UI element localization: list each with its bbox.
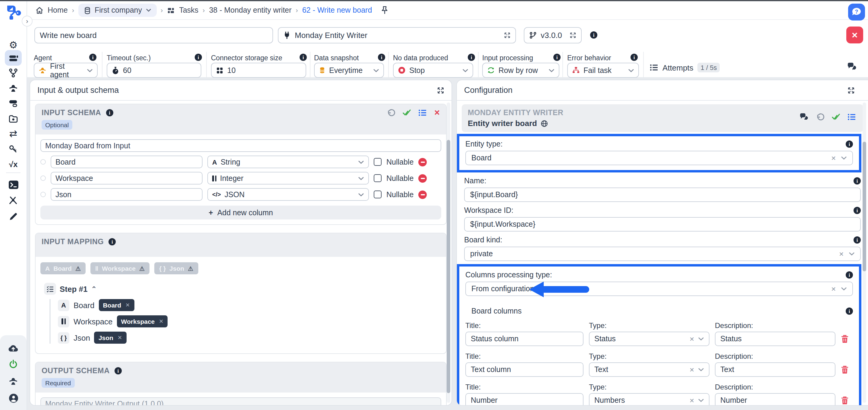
sidebar-item-dev-tools[interactable] bbox=[5, 192, 22, 208]
info-icon[interactable]: i bbox=[846, 308, 853, 315]
column-name-input[interactable] bbox=[51, 188, 203, 201]
list-view-icon[interactable] bbox=[847, 113, 856, 121]
column-name-input[interactable] bbox=[51, 172, 203, 184]
close-task-button[interactable]: ✕ bbox=[846, 27, 863, 43]
sidebar-item-editor[interactable] bbox=[5, 209, 22, 224]
mapped-value-chip[interactable]: Json ✕ bbox=[94, 332, 126, 344]
clear-icon[interactable]: ✕ bbox=[831, 286, 836, 292]
no-data-select[interactable]: Stop bbox=[393, 63, 473, 78]
info-icon[interactable]: i bbox=[846, 271, 853, 279]
sidebar-item-tasks-active[interactable] bbox=[5, 50, 22, 66]
pin-icon[interactable] bbox=[381, 6, 388, 14]
info-icon[interactable]: i bbox=[468, 54, 475, 61]
info-icon[interactable]: i bbox=[854, 177, 861, 184]
breadcrumb-subtask-current[interactable]: 62 - Write new board bbox=[302, 6, 372, 14]
nullable-checkbox[interactable] bbox=[374, 158, 381, 166]
column-type-select[interactable]: Text ✕ bbox=[589, 362, 710, 377]
sidebar-item-projects[interactable] bbox=[5, 111, 22, 127]
help-button[interactable]: ? bbox=[848, 4, 865, 21]
entity-type-select[interactable]: Board ✕ bbox=[465, 151, 853, 165]
mapping-step-row[interactable]: Step #1 ⌃ bbox=[36, 275, 446, 295]
sidebar-item-agent-monitor[interactable] bbox=[5, 373, 22, 389]
validate-check-icon[interactable] bbox=[832, 113, 840, 121]
column-type-select[interactable]: Numbers ✕ bbox=[589, 393, 710, 405]
clear-icon[interactable]: ✕ bbox=[831, 155, 836, 161]
sidebar-item-profile[interactable] bbox=[5, 390, 22, 406]
breadcrumb-home[interactable]: Home bbox=[48, 6, 68, 14]
comments-icon[interactable] bbox=[847, 62, 857, 71]
info-icon[interactable]: i bbox=[630, 54, 638, 61]
undo-icon[interactable] bbox=[387, 109, 396, 117]
breadcrumb-tasks[interactable]: Tasks bbox=[179, 6, 198, 14]
sidebar-item-labels[interactable] bbox=[5, 95, 22, 111]
mapping-chip[interactable]: ‖ Workspace ⚠ bbox=[90, 262, 150, 274]
version-field[interactable]: v3.0.0 bbox=[524, 27, 582, 43]
info-icon[interactable]: i bbox=[553, 54, 561, 61]
remove-column-button[interactable] bbox=[418, 190, 427, 199]
clear-icon[interactable]: ✕ bbox=[839, 251, 844, 257]
breadcrumb-company-dropdown[interactable]: First company bbox=[79, 4, 156, 17]
column-title-input[interactable] bbox=[465, 362, 584, 377]
info-icon[interactable]: i bbox=[590, 31, 597, 38]
sidebar-item-transfers[interactable]: ⇄ bbox=[5, 126, 22, 142]
row-handle[interactable] bbox=[40, 192, 46, 197]
column-description-input[interactable] bbox=[715, 393, 835, 405]
column-type-select[interactable]: </> JSON bbox=[207, 188, 369, 201]
column-title-input[interactable] bbox=[465, 393, 584, 405]
error-behavior-select[interactable]: Fail task bbox=[567, 63, 639, 78]
name-input[interactable] bbox=[464, 187, 861, 202]
info-icon[interactable]: i bbox=[89, 54, 96, 61]
mapped-value-chip[interactable]: Workspace ✕ bbox=[117, 315, 168, 327]
add-column-button[interactable]: + Add new column bbox=[40, 206, 441, 219]
sidebar-item-power[interactable] bbox=[5, 356, 22, 372]
column-type-select[interactable]: A String bbox=[207, 155, 369, 168]
sidebar-item-flows[interactable] bbox=[5, 65, 22, 81]
sidebar-item-agents[interactable] bbox=[5, 80, 22, 96]
workspace-id-input[interactable] bbox=[464, 217, 861, 232]
remove-schema-icon[interactable]: ✕ bbox=[434, 109, 440, 117]
collapse-step-icon[interactable]: ⌃ bbox=[91, 285, 97, 293]
column-type-select[interactable]: Status ✕ bbox=[589, 332, 710, 346]
validate-check-icon[interactable] bbox=[403, 109, 411, 116]
clear-icon[interactable]: ✕ bbox=[689, 366, 694, 373]
expand-icon[interactable] bbox=[847, 87, 855, 94]
input-processing-select[interactable]: Row by row bbox=[482, 63, 559, 78]
row-handle[interactable] bbox=[40, 159, 46, 165]
undo-icon[interactable] bbox=[816, 113, 825, 121]
trash-icon[interactable] bbox=[841, 396, 852, 405]
task-name-input[interactable] bbox=[34, 27, 273, 43]
remove-mapping-icon[interactable]: ✕ bbox=[118, 334, 122, 341]
agent-select[interactable]: First agent bbox=[34, 63, 98, 78]
right-scrollbar[interactable] bbox=[863, 102, 866, 403]
mapping-chip[interactable]: A Board ⚠ bbox=[40, 262, 86, 274]
sidebar-collapse-button[interactable]: › bbox=[22, 16, 33, 27]
mapping-chip[interactable]: { } Json ⚠ bbox=[154, 262, 198, 274]
info-icon[interactable]: i bbox=[108, 238, 116, 245]
sidebar-item-functions[interactable]: √x bbox=[5, 156, 22, 172]
sidebar-item-credentials[interactable] bbox=[5, 141, 22, 157]
trash-icon[interactable] bbox=[841, 365, 852, 374]
info-icon[interactable]: i bbox=[300, 54, 307, 61]
board-kind-select[interactable]: private ✕ bbox=[464, 246, 861, 261]
left-scrollbar[interactable] bbox=[447, 102, 450, 403]
clear-icon[interactable]: ✕ bbox=[689, 335, 694, 342]
input-schema-name[interactable] bbox=[40, 139, 441, 152]
columns-processing-select[interactable]: From configuration ✕ bbox=[465, 282, 853, 296]
storage-input[interactable]: 10 bbox=[211, 63, 306, 78]
clear-icon[interactable]: ✕ bbox=[689, 397, 694, 404]
nullable-checkbox[interactable] bbox=[374, 191, 381, 198]
remove-column-button[interactable] bbox=[418, 158, 427, 166]
trash-icon[interactable] bbox=[841, 334, 852, 343]
snapshot-select[interactable]: Everytime bbox=[314, 63, 384, 78]
info-icon[interactable]: i bbox=[854, 207, 861, 214]
nullable-checkbox[interactable] bbox=[374, 174, 381, 182]
remove-mapping-icon[interactable]: ✕ bbox=[125, 302, 130, 308]
connector-field[interactable]: Monday Entity Writer bbox=[278, 27, 516, 43]
info-icon[interactable]: i bbox=[854, 236, 861, 243]
column-type-select[interactable]: Integer bbox=[207, 172, 369, 184]
expand-icon[interactable] bbox=[504, 32, 510, 38]
info-icon[interactable]: i bbox=[115, 367, 122, 374]
column-name-input[interactable] bbox=[51, 155, 203, 168]
expand-icon[interactable] bbox=[437, 87, 444, 94]
row-handle[interactable] bbox=[40, 175, 46, 181]
